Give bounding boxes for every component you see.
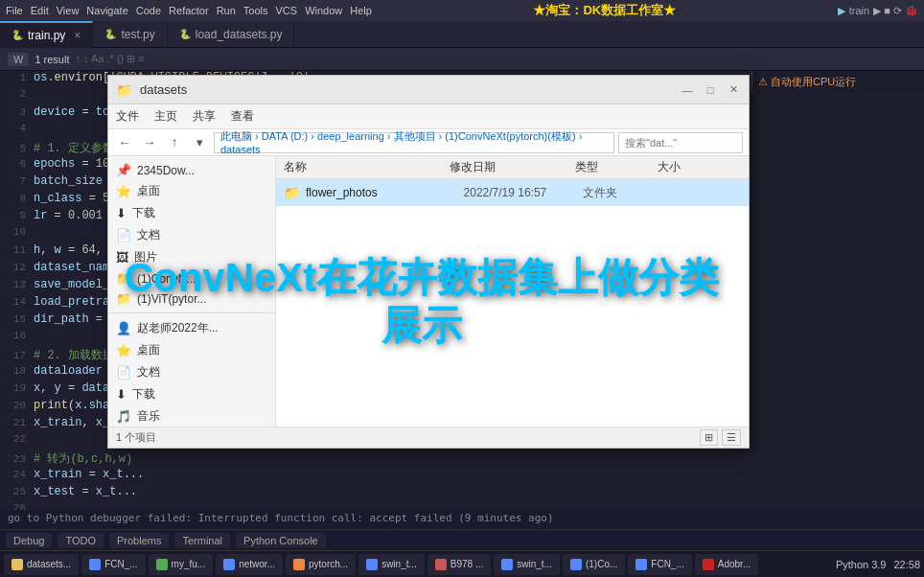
minimize-button[interactable]: —: [680, 82, 695, 98]
col-name: 名称: [284, 159, 450, 175]
file-date: 2022/7/19 16:57: [464, 186, 578, 199]
col-size: 大小: [658, 159, 741, 175]
explorer-statusbar: 1 个项目 ⊞ ☰: [108, 427, 749, 448]
taskbar-item-b978[interactable]: B978 ...: [427, 554, 491, 575]
tab-terminal[interactable]: Terminal: [174, 533, 230, 548]
taskbar-item-fcn[interactable]: FCN_...: [81, 554, 145, 575]
sidebar-item-2345dow[interactable]: 📌 2345Dow...: [108, 160, 275, 180]
sidebar-item-convn[interactable]: 📁 (1)ConvN...: [108, 268, 275, 288]
file-explorer-window: 📁 datasets — □ ✕ 文件 主页 共享 查看 ← → ↑ ▾ 此电脑…: [107, 75, 750, 449]
taskbar-right: Python 3.9 22:58: [836, 559, 920, 570]
sidebar-item-desktop2[interactable]: ⭐ 桌面: [108, 339, 275, 361]
ribbon-tab-share[interactable]: 共享: [193, 108, 216, 125]
tab-test-py[interactable]: 🐍 test.py: [93, 21, 167, 48]
explorer-main: 名称 修改日期 类型 大小 📁 flower_photos 2022/7/19 …: [276, 156, 749, 427]
taskbar-item-swin1[interactable]: swin_t...: [358, 554, 425, 575]
code-line: 23 # 转为(b,c,h,w): [0, 450, 924, 468]
sidebar-item-desktop[interactable]: ⭐ 桌面: [108, 180, 275, 202]
sidebar-item-docs[interactable]: 📄 文档: [108, 224, 275, 246]
tab-debug[interactable]: Debug: [6, 533, 52, 548]
up-button[interactable]: ↑: [164, 132, 185, 153]
clock: 22:58: [893, 559, 920, 570]
result-bar: W 1 result ↑ ↓ Aa .* {} ⊞ ≡: [0, 48, 924, 71]
code-line: 24 x_train = x_t...: [0, 468, 924, 485]
sidebar-item-pics[interactable]: 🖼 图片: [108, 246, 275, 268]
ribbon-tab-home[interactable]: 主页: [154, 108, 177, 125]
taskbar-item-myfu[interactable]: my_fu...: [149, 554, 214, 575]
recent-button[interactable]: ▾: [189, 132, 210, 153]
item-count: 1 个项目: [116, 430, 156, 445]
tab-problems[interactable]: Problems: [109, 533, 169, 548]
sidebar-item-downloads[interactable]: ⬇ 下载: [108, 202, 275, 224]
file-explorer-title: datasets: [140, 82, 672, 97]
folder-icon: 📁: [284, 185, 300, 200]
log-text: go to Python debugger failed: Interrupte…: [8, 512, 554, 524]
ide-top-bar: File Edit View Navigate Code Refactor Ru…: [0, 0, 924, 21]
page-title: ★淘宝：DK数据工作室★: [381, 2, 828, 19]
view-toggle[interactable]: ⊞ ☰: [700, 429, 741, 446]
taskbar-item-pytorch[interactable]: pytorch...: [286, 554, 356, 575]
sidebar-item-vit[interactable]: 📁 (1)ViT(pytor...: [108, 288, 275, 309]
tab-load-datasets-py[interactable]: 🐍 load_datasets.py: [168, 21, 295, 48]
code-line: 25 x_test = x_t...: [0, 485, 924, 502]
explorer-body: 📌 2345Dow... ⭐ 桌面 ⬇ 下载 📄 文档 🖼 图片 📁 (1): [108, 156, 749, 427]
col-date: 修改日期: [450, 159, 574, 175]
search-input[interactable]: [618, 132, 743, 153]
sidebar-item-docs2[interactable]: 📄 文档: [108, 361, 275, 383]
taskbar-item-fcn2[interactable]: FCN_...: [628, 554, 691, 575]
taskbar-item-datasets[interactable]: datasets...: [4, 554, 79, 575]
file-type: 文件夹: [583, 185, 658, 201]
sidebar-item-music[interactable]: 🎵 音乐: [108, 405, 275, 427]
sidebar-item-dl2[interactable]: ⬇ 下载: [108, 383, 275, 405]
nav-bar: ← → ↑ ▾ 此电脑 › DATA (D:) › deep_learning …: [108, 129, 749, 156]
ribbon-tab-view[interactable]: 查看: [231, 108, 254, 125]
info-box: ⚠ 自动使用CPU运行: [751, 71, 924, 93]
python-version: Python 3.9: [836, 559, 887, 570]
file-row-flower-photos[interactable]: 📁 flower_photos 2022/7/19 16:57 文件夹: [276, 179, 749, 206]
col-type: 类型: [575, 159, 658, 175]
bottom-bar: Debug TODO Problems Terminal Python Cons…: [0, 529, 924, 550]
column-headers: 名称 修改日期 类型 大小: [276, 156, 749, 179]
close-button[interactable]: ✕: [726, 82, 741, 98]
file-explorer-titlebar: 📁 datasets — □ ✕: [108, 76, 749, 104]
ide-menu-bar[interactable]: File Edit View Navigate Code Refactor Ru…: [6, 5, 372, 16]
taskbar-item-network[interactable]: networ...: [216, 554, 283, 575]
ribbon-tabs: 文件 主页 共享 查看: [108, 104, 749, 129]
tab-python-console[interactable]: Python Console: [236, 533, 326, 548]
maximize-button[interactable]: □: [703, 82, 718, 98]
forward-button[interactable]: →: [139, 132, 160, 153]
taskbar-item-swin2[interactable]: swin_t...: [494, 554, 560, 575]
taskbar-item-convnext[interactable]: (1)Co...: [563, 554, 625, 575]
result-count: 1 result: [35, 54, 69, 65]
taskbar: datasets... FCN_... my_fu... networ... p…: [0, 550, 924, 577]
back-button[interactable]: ←: [114, 132, 135, 153]
ribbon-tab-file[interactable]: 文件: [116, 108, 139, 125]
sidebar-item-user[interactable]: 👤 赵老师2022年...: [108, 317, 275, 339]
explorer-sidebar: 📌 2345Dow... ⭐ 桌面 ⬇ 下载 📄 文档 🖼 图片 📁 (1): [108, 156, 276, 427]
run-branch: ▶ train ▶ ■ ⟳ 🐞: [838, 5, 918, 17]
breadcrumb[interactable]: 此电脑 › DATA (D:) › deep_learning › 其他项目 ›…: [214, 132, 614, 153]
log-area: go to Python debugger failed: Interrupte…: [0, 510, 924, 529]
file-name: flower_photos: [306, 186, 458, 199]
taskbar-item-adobe[interactable]: Adobr...: [695, 554, 758, 575]
tab-bar: 🐍 train.py × 🐍 test.py 🐍 load_datasets.p…: [0, 21, 924, 48]
tab-train-py[interactable]: 🐍 train.py ×: [0, 21, 93, 48]
tab-todo[interactable]: TODO: [58, 533, 104, 548]
